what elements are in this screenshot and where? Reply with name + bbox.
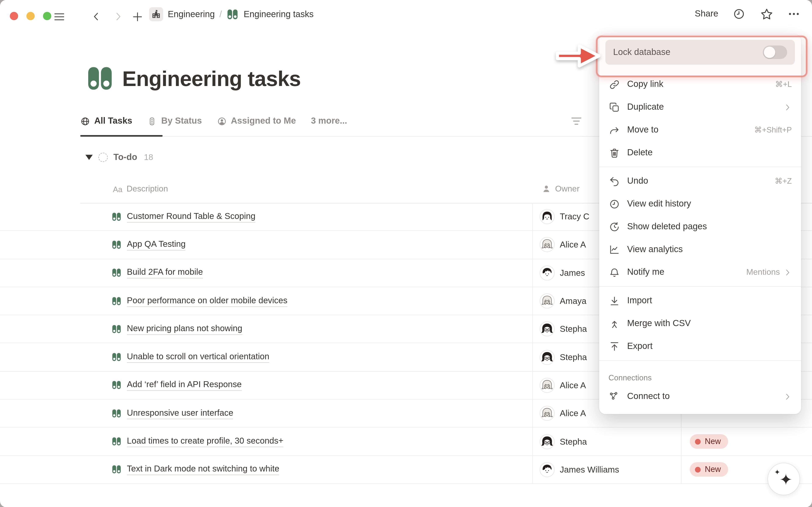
column-description[interactable]: Aa Description [113,184,168,193]
avatar [540,462,555,477]
owner-cell[interactable]: Alice A [540,400,586,427]
more-options-icon[interactable] [787,7,801,21]
zoom-window-button[interactable] [43,12,51,20]
task-title[interactable]: Poor performance on older mobile devices [127,295,287,307]
task-cell[interactable]: Build 2FA for mobile [111,259,203,287]
history-clock-icon[interactable] [732,7,746,21]
group-name[interactable]: To-do [113,152,137,163]
menu-item-copy-link[interactable]: Copy link⌘+L [599,73,801,96]
menu-item-connect-to[interactable]: Connect to [599,385,801,408]
owner-name: James Williams [560,465,619,475]
menu-item-import[interactable]: Import [599,289,801,312]
task-title[interactable]: Load times to create profile, 30 seconds… [127,436,283,447]
sparkle-icon: ✦ [779,472,793,487]
avatar [540,293,555,308]
owner-cell[interactable]: Alice A [540,231,586,259]
binoculars-icon [111,296,122,306]
status-badge[interactable]: New [690,434,728,449]
owner-cell[interactable]: Stepha [540,428,587,455]
status-cell[interactable]: New [690,428,728,455]
menu-section-label: Connections [599,363,801,385]
status-badge[interactable]: New [690,462,728,477]
owner-cell[interactable]: James Williams [540,456,619,484]
menu-item-undo[interactable]: Undo⌘+Z [599,170,801,192]
task-title[interactable]: Text in Dark mode not switching to white [127,464,279,475]
connect-icon [608,391,620,402]
table-row[interactable]: Load times to create profile, 30 seconds… [0,428,812,456]
task-title[interactable]: App QA Testing [127,239,186,250]
menu-item-delete[interactable]: Delete [599,142,801,164]
minimize-window-button[interactable] [26,12,35,20]
menu-divider [599,167,801,167]
lock-database-item[interactable]: Lock database [605,40,795,65]
traffic-lights [10,12,51,20]
lock-database-toggle[interactable] [763,46,787,59]
task-cell[interactable]: Load times to create profile, 30 seconds… [111,428,283,455]
owner-cell[interactable]: Stepha [540,315,587,343]
task-title[interactable]: Build 2FA for mobile [127,267,203,279]
ai-assistant-button[interactable]: ✦ ✦ [767,463,800,495]
menu-item-merge-with-csv[interactable]: Merge with CSV [599,312,801,335]
page-title[interactable]: Engineering tasks [122,67,301,91]
new-page-icon[interactable] [130,9,145,24]
menu-item-export[interactable]: Export [599,335,801,357]
status-dot-icon [695,439,701,444]
task-cell[interactable]: Text in Dark mode not switching to white [111,456,279,484]
menu-item-duplicate[interactable]: Duplicate [599,96,801,119]
sparkle-icon: ✦ [774,468,780,475]
menu-item-move-to[interactable]: Move to⌘+Shift+P [599,119,801,142]
owner-cell[interactable]: Stepha [540,343,587,371]
breadcrumb-separator: / [219,9,222,19]
collapse-group-icon[interactable] [86,155,93,160]
owner-name: Tracy C [560,212,589,222]
breadcrumb-page[interactable]: Engineering tasks [243,9,314,19]
share-button[interactable]: Share [695,9,718,19]
menu-item-label: Show deleted pages [627,222,792,232]
menu-item-label: Undo [627,176,775,186]
menu-item-notify-me[interactable]: Notify meMentions [599,261,801,284]
owner-name: Alice A [560,240,586,250]
task-cell[interactable]: Customer Round Table & Scoping [111,203,256,231]
tab-3-more-[interactable]: 3 more... [311,116,347,126]
owner-name: James [560,268,585,278]
status-cell[interactable]: New [690,456,728,484]
task-title[interactable]: New pricing plans not showing [127,323,242,335]
column-owner[interactable]: Owner [542,184,580,193]
task-title[interactable]: Unresponsive user interface [127,408,233,419]
owner-cell[interactable]: Tracy C [540,203,589,231]
close-window-button[interactable] [10,12,18,20]
task-title[interactable]: Customer Round Table & Scoping [127,211,256,222]
binoculars-icon [111,240,122,250]
task-cell[interactable]: Add ‘ref’ field in API Response [111,372,242,399]
owner-cell[interactable]: Alice A [540,372,586,399]
merge-icon [608,318,620,329]
task-title[interactable]: Add ‘ref’ field in API Response [127,380,242,391]
favorite-star-icon[interactable] [760,7,773,21]
back-icon[interactable] [89,9,104,24]
tab-assigned-to-me[interactable]: Assigned to Me [217,116,296,126]
bell-icon [608,267,620,278]
menu-item-view-edit-history[interactable]: View edit history [599,192,801,215]
owner-cell[interactable]: James [540,259,585,287]
breadcrumb-workspace[interactable]: Engineering [168,9,215,19]
menu-item-view-analytics[interactable]: View analytics [599,238,801,261]
status-label: New [705,437,721,446]
menu-item-show-deleted-pages[interactable]: Show deleted pages [599,215,801,238]
task-cell[interactable]: Poor performance on older mobile devices [111,287,287,315]
avatar [540,434,555,449]
tab-all-tasks[interactable]: All Tasks [80,116,132,126]
menu-item-label: Copy link [627,79,775,90]
owner-cell[interactable]: Amaya [540,287,586,315]
forward-icon[interactable] [111,9,125,24]
task-cell[interactable]: App QA Testing [111,231,186,259]
filter-icon[interactable] [570,114,583,128]
binoculars-icon [111,324,122,334]
table-row[interactable]: Text in Dark mode not switching to white… [0,456,812,484]
task-cell[interactable]: Unresponsive user interface [111,400,233,427]
task-title[interactable]: Unable to scroll on vertical orientation [127,351,269,363]
shortcut-label: ⌘+Z [775,176,792,186]
tab-by-status[interactable]: By Status [147,116,202,126]
task-cell[interactable]: New pricing plans not showing [111,315,242,343]
task-cell[interactable]: Unable to scroll on vertical orientation [111,343,269,371]
sidebar-menu-icon[interactable] [52,9,66,24]
